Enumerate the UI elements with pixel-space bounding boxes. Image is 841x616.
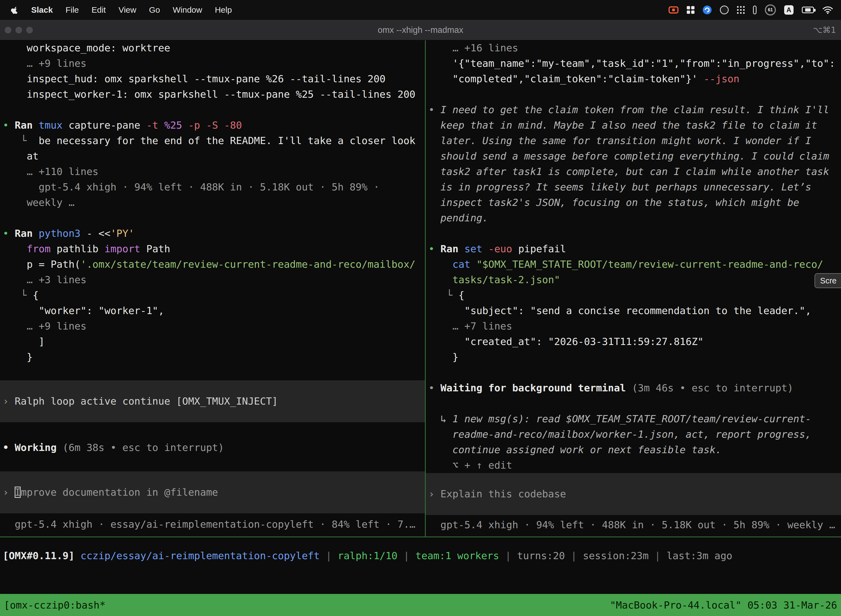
battery-icon[interactable] [802,7,814,13]
recording-dot [672,9,675,11]
terminal-line: inspect_hud: omx sparkshell --tmux-pane … [0,71,425,87]
blue-app-icon[interactable] [703,6,712,14]
terminal-line: continue assigned work or next feasible … [426,442,841,458]
terminal-line: └ be necessary for the end of the README… [0,133,425,148]
record-circle-icon[interactable] [720,6,729,14]
injected-prompt-box[interactable]: › Ralph loop active continue [OMX_TMUX_I… [0,380,425,422]
menu-status-icons: 61 A [668,4,833,15]
menu-edit[interactable]: Edit [92,5,106,15]
terminal-line: • Waiting for background terminal (3m 46… [426,380,841,396]
terminal-window: omx --xhigh --madmax ⌥⌘1 workspace_mode:… [0,20,841,616]
terminal-line: • I need to get the claim token from the… [426,102,841,117]
terminal-line: ⌥ + ↑ edit [426,458,841,473]
terminal-line: • Ran set -euo pipefail [426,241,841,257]
terminal-line: • Working (6m 38s • esc to interrupt) [0,440,425,455]
terminal-line: … +9 lines [0,56,425,71]
tmux-panes: workspace_mode: worktree … +9 lines insp… [0,40,841,537]
wifi-icon[interactable] [822,6,833,14]
terminal-line: └ { [0,287,425,303]
pill-icon[interactable] [753,6,757,14]
terminal-line [426,87,841,102]
terminal-line: "completed","claim_token":"claim-token"}… [426,71,841,87]
terminal-line: p = Path('.omx/state/team/review-current… [0,257,425,272]
terminal-line: } [0,349,425,365]
terminal-line: … +110 lines [0,164,425,179]
terminal-line: › Explain this codebase [426,486,841,502]
text-cursor: I [15,487,21,498]
window-title: omx --xhigh --madmax [0,20,841,40]
window-grid-icon[interactable] [687,6,694,14]
terminal-line: gpt-5.4 xhigh · essay/ai-reimplementatio… [0,517,425,532]
terminal-line: keep that in mind. Maybe I also need the… [426,117,841,133]
terminal-line: … +9 lines [0,318,425,334]
omx-hud-pane: [OMX#0.11.9] cczip/essay/ai-reimplementa… [0,537,841,594]
terminal-line: › Improve documentation in @filename [0,485,425,500]
terminal-line: "created_at": "2026-03-31T11:59:27.816Z" [426,334,841,349]
terminal-line: pending. [426,210,841,226]
screen-recording-icon[interactable] [668,6,678,13]
terminal-line: } [426,349,841,365]
menu-go[interactable]: Go [149,5,160,15]
prompt-input-box[interactable]: › Explain this codebase [426,473,841,515]
terminal-line [0,210,425,226]
terminal-line: • Ran python3 - <<'PY' [0,226,425,241]
tmux-status-bar: [omx-cczip0:bash* "MacBook-Pro-44.local"… [0,594,841,616]
terminal-line: … +3 lines [0,272,425,287]
terminal-line: … +16 lines [426,40,841,56]
terminal-line: '{"team_name":"my-team","task_id":"1","f… [426,56,841,71]
menu-view[interactable]: View [119,5,136,15]
terminal-line: later. Using the same for transition mig… [426,133,841,148]
terminal-line: at [0,148,425,164]
terminal-line: should send a message before completing … [426,148,841,164]
menu-items: FileEditViewGoWindowHelp [65,5,232,15]
terminal-line: gpt-5.4 xhigh · 94% left · 488K in · 5.1… [426,517,841,532]
screen-notification[interactable]: Scre [815,273,841,288]
menu-app-slack[interactable]: Slack [31,5,53,15]
menu-file[interactable]: File [65,5,79,15]
terminal-line: tasks/task-2.json" [426,272,841,287]
tmux-host-time: "MacBook-Pro-44.local" 05:03 31-Mar-26 [610,600,837,611]
tmux-session-label: [omx-cczip0:bash* [4,600,105,611]
terminal-line: inspect task2's JSON, focusing on the st… [426,195,841,210]
terminal-line: └ { [426,287,841,303]
terminal-line: gpt-5.4 xhigh · 94% left · 488K in · 5.1… [0,179,425,195]
input-source-icon[interactable]: A [784,5,794,15]
terminal-line: workspace_mode: worktree [0,40,425,56]
terminal-line: inspect_worker-1: omx sparkshell --tmux-… [0,87,425,102]
terminal-line: from pathlib import Path [0,241,425,257]
apple-menu[interactable] [11,6,19,15]
window-shortcut: ⌥⌘1 [813,20,836,40]
menu-bar: Slack FileEditViewGoWindowHelp 61 A [0,0,841,20]
terminal-line: ] [0,334,425,349]
terminal-line [426,365,841,380]
pane-right[interactable]: … +16 lines '{"team_name":"my-team","tas… [426,40,841,537]
terminal-line: cat "$OMX_TEAM_STATE_ROOT/team/review-cu… [426,257,841,272]
terminal-line: "subject": "send a concise recommendatio… [426,303,841,318]
battery-gauge-icon[interactable]: 61 [765,4,776,15]
terminal: workspace_mode: worktree … +9 lines insp… [0,40,841,616]
terminal-line: … +7 lines [426,318,841,334]
menu-left: Slack FileEditViewGoWindowHelp [11,5,232,15]
dots-grid-icon[interactable] [737,6,745,14]
terminal-line [426,396,841,411]
terminal-line: weekly … [0,195,425,210]
terminal-line: readme-and-reco/mailbox/worker-1.json, a… [426,427,841,442]
terminal-line [0,102,425,117]
omx-status-line: [OMX#0.11.9] cczip/essay/ai-reimplementa… [0,537,841,563]
pane-left[interactable]: workspace_mode: worktree … +9 lines insp… [0,40,425,537]
terminal-line [426,226,841,241]
terminal-line: › Ralph loop active continue [OMX_TMUX_I… [0,393,425,409]
terminal-line: "worker": "worker-1", [0,303,425,318]
terminal-line: ↳ 1 new msg(s): read $OMX_TEAM_STATE_ROO… [426,411,841,427]
terminal-line: • Ran tmux capture-pane -t %25 -p -S -80 [0,117,425,133]
menu-window[interactable]: Window [173,5,202,15]
apple-icon [11,6,19,15]
menu-help[interactable]: Help [215,5,232,15]
window-titlebar[interactable]: omx --xhigh --madmax ⌥⌘1 [0,20,841,40]
prompt-input-box[interactable]: › Improve documentation in @filename [0,471,425,513]
terminal-line: task2 after task1 is complete, but can I… [426,164,841,179]
terminal-line: is in progress? It seems likely but perh… [426,179,841,195]
